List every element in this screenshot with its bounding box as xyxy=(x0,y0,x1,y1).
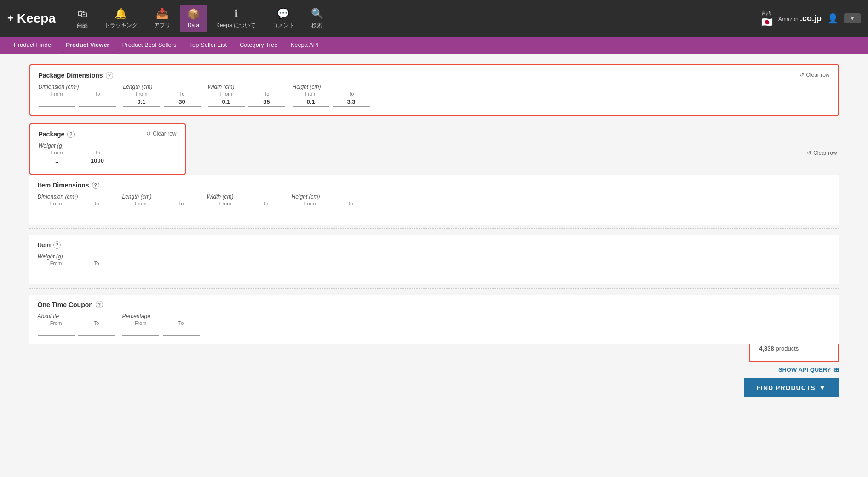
item-width-to-input[interactable] xyxy=(247,207,284,216)
user-dropdown[interactable]: ▼ xyxy=(844,13,861,23)
package-dimensions-clear-row[interactable]: ↺ Clear row xyxy=(799,72,829,78)
length-from-to: From To xyxy=(123,91,201,107)
item-label: Item xyxy=(38,241,51,249)
item-width-label: Width (cm) xyxy=(207,193,284,200)
item-width-from-input[interactable] xyxy=(207,207,244,216)
language-section: 言語 🇯🇵 xyxy=(761,10,773,28)
item-help[interactable]: ? xyxy=(53,241,61,249)
coupon-percentage-from-input[interactable] xyxy=(122,327,159,336)
package-clear-row[interactable]: ↺ Clear row xyxy=(146,131,176,137)
item-weight-group: Weight (g) From To xyxy=(38,253,115,276)
item-weight-to-input[interactable] xyxy=(78,267,115,276)
nav-item-data[interactable]: 📦 Data xyxy=(180,5,207,32)
nav-item-goods[interactable]: 🛍 商品 xyxy=(69,4,95,33)
undo-icon: ↺ xyxy=(799,72,804,78)
show-api-query-label: SHOW API QUERY xyxy=(778,366,831,373)
find-products-btn[interactable]: FIND PRODUCTS ▼ xyxy=(744,378,839,398)
show-api-query-btn[interactable]: SHOW API QUERY ⊞ xyxy=(778,366,839,373)
amazon-domain: Amazon .co.jp xyxy=(778,14,822,23)
coupon-percentage-to-input[interactable] xyxy=(163,327,200,336)
tracking-icon: 🔔 xyxy=(115,8,127,20)
package-weight-group: Weight (g) From To xyxy=(39,142,116,165)
item-dimension-from-input[interactable] xyxy=(38,207,75,216)
coupon-percentage-group: Percentage From To xyxy=(122,313,200,336)
coupon-abs-from-sub: From xyxy=(38,320,75,336)
sub-navigation: Product Finder Product Viewer Product Be… xyxy=(0,37,868,54)
flag-icon: 🇯🇵 xyxy=(761,17,773,27)
nav-item-comment[interactable]: 💬 コメント xyxy=(265,4,302,33)
item-dim-to-lbl: To xyxy=(94,201,99,206)
height-from-input[interactable] xyxy=(293,97,329,107)
subnav-top-seller-list[interactable]: Top Seller List xyxy=(183,36,233,55)
coupon-help[interactable]: ? xyxy=(96,301,103,308)
dimension-from-label: From xyxy=(51,91,63,97)
nav-item-app[interactable]: 📥 アプリ xyxy=(147,4,178,33)
item-len-to-lbl: To xyxy=(178,201,184,206)
dimension-from-to: From To xyxy=(39,91,116,107)
package-dimensions-filter-row: Dimension (cm³) From To Length xyxy=(39,84,830,107)
item-dimensions-help[interactable]: ? xyxy=(92,182,99,189)
logo[interactable]: + Keepa xyxy=(7,11,56,26)
length-to-input[interactable] xyxy=(164,97,201,107)
package-weight-from-to: From To xyxy=(39,150,116,165)
user-icon[interactable]: 👤 xyxy=(827,13,839,24)
find-products-label: FIND PRODUCTS xyxy=(757,384,816,392)
length-group: Length (cm) From To xyxy=(123,84,201,107)
coupon-filter-row: Absolute From To Percentage xyxy=(38,313,831,336)
top-navigation: + Keepa 🛍 商品 🔔 トラッキング 📥 アプリ 📦 Data ℹ Kee… xyxy=(0,0,868,37)
item-dimensions-label: Item Dimensions xyxy=(38,182,89,189)
coupon-label: One Time Coupon xyxy=(38,301,93,308)
width-to-input[interactable] xyxy=(248,97,285,107)
domain-label: .co.jp xyxy=(800,14,822,23)
nav-items: 🛍 商品 🔔 トラッキング 📥 アプリ 📦 Data ℹ Keepa について … xyxy=(69,4,761,33)
coupon-absolute-from-to: From To xyxy=(38,320,115,336)
width-label: Width (cm) xyxy=(208,84,285,90)
nav-item-search[interactable]: 🔍 検索 xyxy=(304,4,331,33)
width-from-input[interactable] xyxy=(208,97,245,107)
item-height-from-input[interactable] xyxy=(292,207,328,216)
length-from-input[interactable] xyxy=(123,97,160,107)
subnav-category-tree[interactable]: Category Tree xyxy=(233,36,284,55)
item-dimension-from-to: From To xyxy=(38,201,115,216)
nav-item-about[interactable]: ℹ Keepa について xyxy=(209,4,263,33)
package-dimensions-help[interactable]: ? xyxy=(106,72,113,79)
one-time-coupon-section: One Time Coupon ? Absolute From To xyxy=(29,295,839,344)
item-length-to-input[interactable] xyxy=(163,207,200,216)
subnav-keepa-api[interactable]: Keepa API xyxy=(284,36,325,55)
coupon-absolute-from-input[interactable] xyxy=(38,327,75,336)
content-area: Package Dimensions ? ↺ Clear row Dimensi… xyxy=(20,54,848,398)
coupon-absolute-to-input[interactable] xyxy=(78,327,115,336)
subnav-product-best-sellers[interactable]: Product Best Sellers xyxy=(116,36,183,55)
coupon-abs-to-lbl: To xyxy=(94,320,99,326)
package-section: Package ? ↺ Clear row Weight (g) From xyxy=(29,123,186,175)
package-weight-to-input[interactable] xyxy=(79,156,116,165)
match-text-after: products xyxy=(776,345,799,352)
dimension-to-input[interactable] xyxy=(79,97,116,107)
package-filter-row: Weight (g) From To xyxy=(39,142,177,165)
subnav-product-viewer[interactable]: Product Viewer xyxy=(59,36,115,55)
nav-item-goods-label: 商品 xyxy=(77,22,88,29)
dimension-from-input[interactable] xyxy=(39,97,75,107)
item-dimension-to-input[interactable] xyxy=(78,207,115,216)
nav-item-data-label: Data xyxy=(188,22,199,28)
logo-text: Keepa xyxy=(17,11,56,26)
nav-item-search-label: 検索 xyxy=(311,22,322,29)
nav-right: 言語 🇯🇵 Amazon .co.jp 👤 ▼ xyxy=(761,10,861,28)
package-weight-from-input[interactable] xyxy=(39,156,75,165)
item-wt-from-lbl: From xyxy=(50,261,62,266)
height-to-input[interactable] xyxy=(333,97,370,107)
coupon-abs-from-lbl: From xyxy=(50,320,62,326)
about-icon: ℹ xyxy=(234,8,238,20)
height-label: Height (cm) xyxy=(293,84,370,90)
app-icon: 📥 xyxy=(156,8,168,20)
item-filter-row: Weight (g) From To xyxy=(38,253,831,276)
package-section-clear-row-right[interactable]: ↺ Clear row xyxy=(807,150,837,156)
subnav-product-finder[interactable]: Product Finder xyxy=(7,36,59,55)
nav-item-tracking[interactable]: 🔔 トラッキング xyxy=(97,4,145,33)
item-weight-from-input[interactable] xyxy=(38,267,75,276)
item-length-from-input[interactable] xyxy=(122,207,159,216)
clear-row-label: Clear row xyxy=(806,72,829,78)
item-height-to-input[interactable] xyxy=(332,207,369,216)
package-help[interactable]: ? xyxy=(67,131,75,138)
width-to-label: To xyxy=(264,91,270,97)
